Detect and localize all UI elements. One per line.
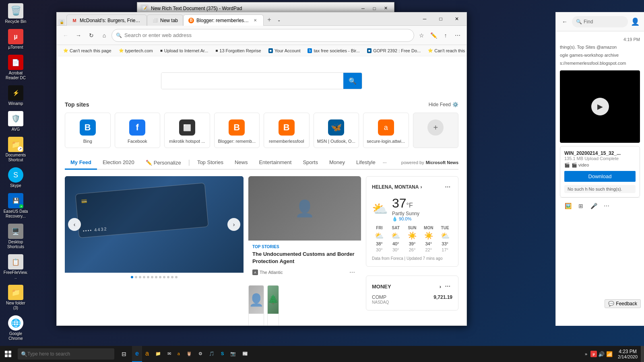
browser-close-btn[interactable]: ✕ (449, 12, 465, 26)
forward-button[interactable]: → (73, 30, 84, 41)
top-site-blogger2[interactable]: B rememberlessfool (264, 113, 310, 148)
top-site-mikrotik[interactable]: ⬜ mikrotik hotspot ... (164, 113, 210, 148)
sidebar-mic-btn[interactable]: 🎤 (588, 200, 599, 212)
side-story-more-btn[interactable]: ⋯ (347, 267, 357, 277)
sidebar-user-btn[interactable]: 👤 (630, 16, 641, 27)
taskbar-app-amazon[interactable]: a (142, 346, 152, 362)
tab-lifestyle[interactable]: Lifestyle (351, 156, 381, 170)
refresh-button[interactable]: ↻ (86, 30, 97, 41)
desktop-icon-winamp[interactable]: ⚡ Winamp (2, 84, 30, 108)
top-site-facebook[interactable]: f Facebook (115, 113, 161, 148)
start-button[interactable] (0, 346, 16, 362)
bookmark-5[interactable]: b tax free societies - Bir... (304, 47, 363, 54)
small-news-card-1[interactable]: 🌲 (267, 285, 279, 325)
tab-new-tab[interactable]: ⬜ New tab (147, 14, 183, 26)
taskbar-app-file-explorer[interactable]: 📁 (152, 346, 164, 362)
desktop-icon-utorrent[interactable]: µ µTorrent (2, 27, 30, 51)
bookmark-2[interactable]: ■ Upload to Internet Ar... (157, 47, 212, 54)
hide-feed-button[interactable]: Hide Feed ⚙️ (429, 102, 458, 107)
network-icon[interactable]: 📶 (606, 350, 613, 358)
tab-election-2020[interactable]: Election 2020 (97, 156, 140, 170)
tab-blogger-close-btn[interactable]: ✕ (252, 17, 258, 24)
desktop-icon-skype[interactable]: S Skype (2, 166, 30, 190)
desktop-icon-avg[interactable]: 🛡️ AVG (2, 109, 30, 134)
weather-location[interactable]: HELENA, MONTANA › ⋯ (372, 182, 452, 192)
tab-entertainment[interactable]: Entertainment (253, 156, 297, 170)
download-button[interactable]: Download (564, 171, 636, 182)
tab-money[interactable]: Money (324, 156, 351, 170)
tab-mcdonalds[interactable]: M McDonald's: Burgers, Fries &... (66, 14, 147, 26)
tab-news[interactable]: News (229, 156, 254, 170)
read-btn[interactable]: ✏️ (428, 30, 439, 41)
favorites-btn[interactable]: ☆ (416, 30, 427, 41)
show-desktop-btn[interactable] (641, 346, 644, 362)
taskbar-app-skype[interactable]: S (218, 346, 227, 362)
desktop-icon-desktop-shortcuts[interactable]: 🖥️ Desktop Shortcuts (2, 222, 30, 251)
taskbar-task-view-btn[interactable]: ⊟ (116, 346, 132, 362)
play-button[interactable]: ▶ (591, 98, 609, 115)
tab-sports[interactable]: Sports (297, 156, 324, 170)
wordpad-close-btn[interactable]: ✕ (380, 4, 391, 12)
taskbar-search-input[interactable] (27, 351, 104, 357)
bookmark-0[interactable]: ⭐ Can't reach this page (60, 47, 115, 54)
money-header[interactable]: MONEY › ⋯ (372, 282, 452, 291)
taskbar-app-edge[interactable]: e (132, 346, 142, 362)
bookmark-3[interactable]: ■ 13 Forgotten Reprise (212, 47, 264, 54)
sidebar-grid-btn[interactable]: ⊞ (575, 200, 586, 212)
wordpad-maximize-btn[interactable]: □ (369, 4, 380, 12)
desktop-icon-docs-shortcut[interactable]: 📁↗ Documents Shortcut (2, 135, 30, 164)
taskbar-clock[interactable]: 4:23 PM 2/14/2020 (615, 349, 641, 359)
taskbar-app-mail[interactable]: ✉ (164, 346, 174, 362)
sidebar-back-btn[interactable]: ← (559, 16, 570, 27)
money-more-btn[interactable]: ⋯ (443, 282, 452, 291)
volume-icon[interactable]: 🔊 (598, 350, 605, 358)
sidebar-find-bar[interactable]: 🔍 Find (572, 16, 628, 27)
share-btn[interactable]: ↑ (440, 30, 451, 41)
story-prev-btn[interactable]: ‹ (68, 218, 81, 231)
new-tab-button[interactable]: + (264, 14, 275, 25)
taskbar-app-settings[interactable]: ⚙ (195, 346, 206, 362)
feed-more-btn[interactable]: ··· (381, 156, 388, 169)
top-site-bing[interactable]: B Bing (65, 113, 111, 148)
desktop-icon-easeus[interactable]: 💾+ EaseUS Data Recovery... (2, 191, 30, 220)
address-bar[interactable]: 🔍 (111, 29, 414, 42)
address-input[interactable] (124, 32, 410, 38)
bookmark-6[interactable]: ■ GOPR 2392 : Free Do... (364, 47, 424, 54)
small-news-card-0[interactable]: 👤 (248, 285, 264, 325)
desktop-icon-google-chrome[interactable]: 🌐 Google Chrome (2, 314, 30, 343)
taskbar-app-camera[interactable]: 📷 (227, 346, 239, 362)
back-button[interactable]: ← (60, 30, 71, 41)
taskbar-app-tripadvisor[interactable]: 🦉 (183, 346, 195, 362)
side-story-main[interactable]: 👤 TOP STORIES The Undocumented Customs a… (248, 176, 361, 281)
desktop-icon-freefileview[interactable]: 📋 FreeFileView... (2, 253, 30, 282)
desktop-icon-new-folder[interactable]: 📁 New folder (3) (2, 283, 30, 312)
uTorrent-tray-icon[interactable]: µ (590, 351, 597, 357)
top-site-att[interactable]: a secure-login.attwi... (363, 113, 409, 148)
taskbar-app-music[interactable]: 🎵 (206, 346, 218, 362)
top-site-add-btn[interactable]: + (413, 113, 459, 148)
taskbar-search[interactable]: 🔍 (18, 348, 114, 360)
desktop-icon-recycle-bin[interactable]: 🗑️ Recycle Bin (2, 2, 30, 26)
sidebar-more-btn[interactable]: ⋯ (601, 200, 612, 212)
desktop-icon-acrobat[interactable]: 📄 Acrobat Reader DC (2, 53, 30, 82)
tab-my-feed[interactable]: My Feed (65, 156, 97, 170)
search-button[interactable]: 🔍 (343, 73, 362, 89)
system-tray-expand[interactable]: » (582, 350, 590, 358)
taskbar-app-news[interactable]: 📰 (239, 346, 251, 362)
video-area[interactable]: ▶ (560, 70, 640, 143)
top-site-msn[interactable]: 🦋 MSN | Outlook, O... (314, 113, 359, 148)
bookmark-1[interactable]: ⭐ typertech.com (116, 47, 156, 54)
wordpad-minimize-btn[interactable]: ─ (358, 4, 368, 12)
weather-more-btn[interactable]: ⋯ (443, 182, 452, 192)
browser-maximize-btn[interactable]: □ (433, 12, 449, 26)
settings-menu-btn[interactable]: ⋯ (452, 30, 463, 41)
home-button[interactable]: ⌂ (99, 30, 110, 41)
tab-overflow-btn[interactable]: ⌄ (275, 14, 283, 25)
bookmark-4[interactable]: ■ Your Account (265, 47, 304, 54)
top-site-blogger1[interactable]: B Blogger: rememb... (214, 113, 260, 148)
tab-personalize[interactable]: ✏️ Personalize (140, 156, 187, 169)
feedback-button[interactable]: 💬 Feedback (605, 299, 641, 308)
browser-minimize-btn[interactable]: ─ (417, 12, 433, 26)
tab-blogger[interactable]: B Blogger: rememberlessf... ✕ (183, 14, 264, 26)
bookmark-7[interactable]: ⭐ Can't reach this pag... (425, 47, 466, 54)
